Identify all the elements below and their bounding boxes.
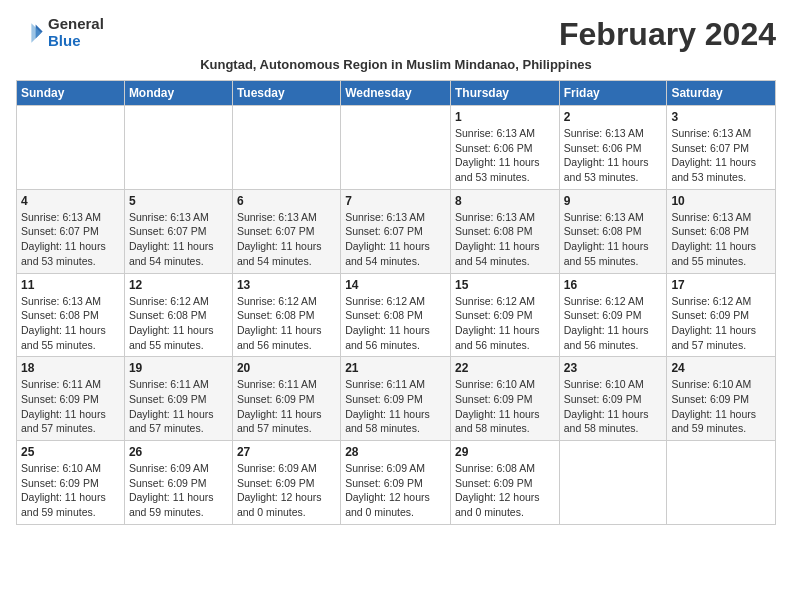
dow-header: Saturday	[667, 81, 776, 106]
dow-header: Wednesday	[341, 81, 451, 106]
day-number: 13	[237, 278, 336, 292]
calendar-cell: 27Sunrise: 6:09 AMSunset: 6:09 PMDayligh…	[232, 441, 340, 525]
logo-text: General Blue	[48, 16, 104, 49]
calendar-cell: 18Sunrise: 6:11 AMSunset: 6:09 PMDayligh…	[17, 357, 125, 441]
day-number: 22	[455, 361, 555, 375]
calendar-week-row: 11Sunrise: 6:13 AMSunset: 6:08 PMDayligh…	[17, 273, 776, 357]
day-number: 14	[345, 278, 446, 292]
day-number: 17	[671, 278, 771, 292]
calendar-cell: 17Sunrise: 6:12 AMSunset: 6:09 PMDayligh…	[667, 273, 776, 357]
day-info: Sunrise: 6:08 AMSunset: 6:09 PMDaylight:…	[455, 461, 555, 520]
day-number: 2	[564, 110, 663, 124]
day-number: 11	[21, 278, 120, 292]
day-number: 16	[564, 278, 663, 292]
logo-icon	[16, 19, 44, 47]
calendar-cell: 20Sunrise: 6:11 AMSunset: 6:09 PMDayligh…	[232, 357, 340, 441]
day-number: 3	[671, 110, 771, 124]
day-info: Sunrise: 6:09 AMSunset: 6:09 PMDaylight:…	[237, 461, 336, 520]
day-info: Sunrise: 6:13 AMSunset: 6:08 PMDaylight:…	[671, 210, 771, 269]
dow-header: Thursday	[450, 81, 559, 106]
day-info: Sunrise: 6:13 AMSunset: 6:07 PMDaylight:…	[237, 210, 336, 269]
dow-header: Friday	[559, 81, 667, 106]
calendar-cell: 4Sunrise: 6:13 AMSunset: 6:07 PMDaylight…	[17, 189, 125, 273]
calendar-cell: 15Sunrise: 6:12 AMSunset: 6:09 PMDayligh…	[450, 273, 559, 357]
day-number: 8	[455, 194, 555, 208]
day-info: Sunrise: 6:09 AMSunset: 6:09 PMDaylight:…	[129, 461, 228, 520]
subtitle: Kungtad, Autonomous Region in Muslim Min…	[16, 57, 776, 72]
day-number: 29	[455, 445, 555, 459]
day-info: Sunrise: 6:11 AMSunset: 6:09 PMDaylight:…	[345, 377, 446, 436]
dow-header: Monday	[124, 81, 232, 106]
calendar-cell: 1Sunrise: 6:13 AMSunset: 6:06 PMDaylight…	[450, 106, 559, 190]
day-info: Sunrise: 6:13 AMSunset: 6:07 PMDaylight:…	[345, 210, 446, 269]
calendar-cell: 21Sunrise: 6:11 AMSunset: 6:09 PMDayligh…	[341, 357, 451, 441]
day-number: 26	[129, 445, 228, 459]
day-info: Sunrise: 6:11 AMSunset: 6:09 PMDaylight:…	[237, 377, 336, 436]
calendar-cell: 23Sunrise: 6:10 AMSunset: 6:09 PMDayligh…	[559, 357, 667, 441]
day-number: 12	[129, 278, 228, 292]
day-info: Sunrise: 6:11 AMSunset: 6:09 PMDaylight:…	[21, 377, 120, 436]
calendar-week-row: 4Sunrise: 6:13 AMSunset: 6:07 PMDaylight…	[17, 189, 776, 273]
day-info: Sunrise: 6:10 AMSunset: 6:09 PMDaylight:…	[564, 377, 663, 436]
day-info: Sunrise: 6:13 AMSunset: 6:07 PMDaylight:…	[129, 210, 228, 269]
dow-header: Sunday	[17, 81, 125, 106]
day-number: 1	[455, 110, 555, 124]
calendar-cell	[559, 441, 667, 525]
calendar-cell	[667, 441, 776, 525]
calendar-cell: 28Sunrise: 6:09 AMSunset: 6:09 PMDayligh…	[341, 441, 451, 525]
day-number: 20	[237, 361, 336, 375]
day-info: Sunrise: 6:13 AMSunset: 6:08 PMDaylight:…	[564, 210, 663, 269]
day-number: 5	[129, 194, 228, 208]
calendar-cell: 6Sunrise: 6:13 AMSunset: 6:07 PMDaylight…	[232, 189, 340, 273]
day-number: 7	[345, 194, 446, 208]
day-info: Sunrise: 6:12 AMSunset: 6:09 PMDaylight:…	[455, 294, 555, 353]
calendar-body: 1Sunrise: 6:13 AMSunset: 6:06 PMDaylight…	[17, 106, 776, 525]
day-info: Sunrise: 6:10 AMSunset: 6:09 PMDaylight:…	[21, 461, 120, 520]
month-title: February 2024	[559, 16, 776, 53]
calendar-table: SundayMondayTuesdayWednesdayThursdayFrid…	[16, 80, 776, 525]
day-info: Sunrise: 6:13 AMSunset: 6:07 PMDaylight:…	[671, 126, 771, 185]
calendar-cell: 16Sunrise: 6:12 AMSunset: 6:09 PMDayligh…	[559, 273, 667, 357]
day-info: Sunrise: 6:10 AMSunset: 6:09 PMDaylight:…	[455, 377, 555, 436]
calendar-cell: 3Sunrise: 6:13 AMSunset: 6:07 PMDaylight…	[667, 106, 776, 190]
calendar-cell	[17, 106, 125, 190]
day-number: 19	[129, 361, 228, 375]
header: General Blue February 2024	[16, 16, 776, 53]
day-info: Sunrise: 6:13 AMSunset: 6:08 PMDaylight:…	[21, 294, 120, 353]
day-info: Sunrise: 6:11 AMSunset: 6:09 PMDaylight:…	[129, 377, 228, 436]
day-info: Sunrise: 6:13 AMSunset: 6:06 PMDaylight:…	[564, 126, 663, 185]
day-info: Sunrise: 6:13 AMSunset: 6:08 PMDaylight:…	[455, 210, 555, 269]
day-number: 9	[564, 194, 663, 208]
logo: General Blue	[16, 16, 104, 49]
day-number: 24	[671, 361, 771, 375]
day-number: 25	[21, 445, 120, 459]
calendar-cell	[232, 106, 340, 190]
calendar-cell: 12Sunrise: 6:12 AMSunset: 6:08 PMDayligh…	[124, 273, 232, 357]
calendar-cell: 11Sunrise: 6:13 AMSunset: 6:08 PMDayligh…	[17, 273, 125, 357]
day-number: 15	[455, 278, 555, 292]
day-number: 10	[671, 194, 771, 208]
calendar-cell: 5Sunrise: 6:13 AMSunset: 6:07 PMDaylight…	[124, 189, 232, 273]
calendar-cell: 10Sunrise: 6:13 AMSunset: 6:08 PMDayligh…	[667, 189, 776, 273]
calendar-cell: 2Sunrise: 6:13 AMSunset: 6:06 PMDaylight…	[559, 106, 667, 190]
calendar-week-row: 25Sunrise: 6:10 AMSunset: 6:09 PMDayligh…	[17, 441, 776, 525]
day-number: 6	[237, 194, 336, 208]
day-number: 21	[345, 361, 446, 375]
day-info: Sunrise: 6:10 AMSunset: 6:09 PMDaylight:…	[671, 377, 771, 436]
dow-header: Tuesday	[232, 81, 340, 106]
logo-general: General	[48, 16, 104, 33]
calendar-cell: 13Sunrise: 6:12 AMSunset: 6:08 PMDayligh…	[232, 273, 340, 357]
calendar-cell: 24Sunrise: 6:10 AMSunset: 6:09 PMDayligh…	[667, 357, 776, 441]
calendar-cell: 7Sunrise: 6:13 AMSunset: 6:07 PMDaylight…	[341, 189, 451, 273]
calendar-cell: 26Sunrise: 6:09 AMSunset: 6:09 PMDayligh…	[124, 441, 232, 525]
day-info: Sunrise: 6:12 AMSunset: 6:09 PMDaylight:…	[564, 294, 663, 353]
calendar-cell: 22Sunrise: 6:10 AMSunset: 6:09 PMDayligh…	[450, 357, 559, 441]
day-number: 27	[237, 445, 336, 459]
day-number: 23	[564, 361, 663, 375]
calendar-cell: 9Sunrise: 6:13 AMSunset: 6:08 PMDaylight…	[559, 189, 667, 273]
day-info: Sunrise: 6:12 AMSunset: 6:08 PMDaylight:…	[345, 294, 446, 353]
calendar-cell: 14Sunrise: 6:12 AMSunset: 6:08 PMDayligh…	[341, 273, 451, 357]
calendar-cell: 25Sunrise: 6:10 AMSunset: 6:09 PMDayligh…	[17, 441, 125, 525]
day-number: 18	[21, 361, 120, 375]
calendar-week-row: 1Sunrise: 6:13 AMSunset: 6:06 PMDaylight…	[17, 106, 776, 190]
